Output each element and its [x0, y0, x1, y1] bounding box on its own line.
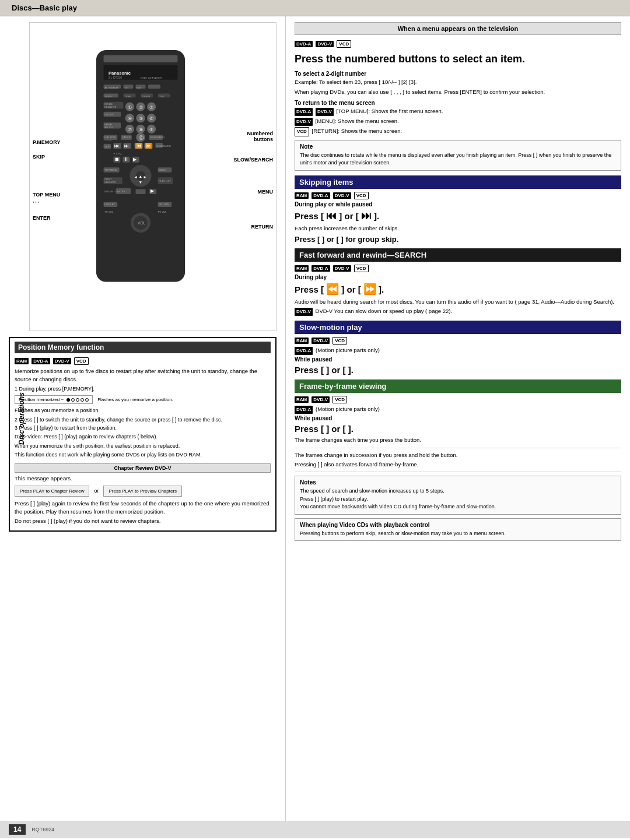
svg-text:✦ CH △: ✦ CH △ — [113, 152, 122, 155]
chapter-review-btn[interactable]: Press PLAY to Chapter Review — [15, 486, 89, 497]
badge-dvdv-menu: DVD-V — [316, 108, 334, 116]
svg-rect-93 — [136, 189, 146, 194]
note-box: Note The disc continues to rotate while … — [295, 140, 621, 171]
svg-text:⏮: ⏮ — [114, 143, 119, 149]
press-sm: Press [ ] or [ ]. — [295, 365, 621, 375]
badge-dvda-fbf: DVD-A — [295, 406, 313, 414]
svg-text:TV/AV: TV/AV — [124, 95, 131, 98]
step3: 2 Press [ ] to switch the unit to standb… — [15, 416, 271, 424]
badge-dvda-skip: DVD-A — [312, 192, 330, 199]
skipping-items-title: Skipping items — [295, 175, 621, 189]
svg-text:▶: ▶ — [133, 156, 137, 162]
fast-forward-badges: RAM DVD-A DVD-V VCD — [295, 264, 621, 272]
badge-dvda: DVD-A — [32, 358, 50, 364]
badge-ram-ff: RAM — [295, 265, 309, 272]
frame-by-frame-title: Frame-by-frame viewing — [295, 379, 621, 393]
slow-motion-title: Slow-motion play — [295, 321, 621, 334]
svg-text:ENTER →: ENTER → — [104, 190, 116, 193]
svg-text:P.MEMORY: P.MEMORY — [104, 139, 113, 141]
position-memory-badges: RAM DVD-A DVD-V VCD — [15, 357, 271, 365]
position-memory-desc: Memorize positions on up to five discs t… — [15, 367, 271, 384]
svg-text:SLEEP: SLEEP — [104, 95, 113, 98]
svg-text:▼: ▼ — [139, 180, 143, 184]
svg-text:④: ④ — [128, 116, 132, 121]
svg-text:MENU: MENU — [159, 168, 166, 171]
slow-motion-badges: RAM DVD-V VCD — [295, 336, 621, 345]
or-text: or — [94, 488, 99, 494]
step2: Flashes as you memorize a position. — [15, 407, 271, 414]
video-cd-note-title: When playing Video CDs with playback con… — [300, 522, 616, 528]
return-menu-item3: VCD [RETURN]: Shows the menu screen. — [295, 127, 621, 136]
step5: DVD-Video: Press [ ] (play) again to rev… — [15, 433, 271, 441]
svg-text:SLOW/SEARCH: SLOW/SEARCH — [156, 145, 172, 147]
select-2digit-title: To select a 2-digit number — [295, 71, 621, 77]
select-2digit-text2: When playing DVDs, you can also use [ , … — [295, 88, 621, 96]
preview-chapters-btn[interactable]: Press PLAY to Preview Chapters — [103, 486, 182, 497]
badge-vcd-menu: VCD — [295, 127, 309, 136]
badge-dvda-sm: DVD-A — [295, 347, 313, 355]
dot-5 — [85, 398, 89, 402]
svg-text:⑧: ⑧ — [139, 127, 143, 132]
remote-svg: Panasonic SL-DT310 DVD / CD PLAYER AI / … — [76, 26, 205, 311]
svg-text:ENTER: ENTER — [117, 190, 125, 193]
remote-diagram-area: Panasonic SL-DT310 DVD / CD PLAYER AI / … — [29, 22, 276, 331]
notes-item2: Press [ ] (play) to restart play. — [300, 495, 616, 504]
ff-text2: DVD-V DVD-V You can slow down or speed u… — [295, 307, 621, 316]
fast-forward-title: Fast forward and rewind—SEARCH — [295, 248, 621, 262]
badge-dvdv-ff2: DVD-V — [295, 308, 313, 316]
svg-text:③: ③ — [149, 105, 153, 110]
return-menu-title: To return to the menu screen — [295, 100, 621, 106]
right-column: When a menu appears on the television DV… — [286, 16, 630, 821]
fbf-text1: The frame changes each time you press th… — [295, 436, 621, 444]
top-badges: DVD-A DVD-V VCD — [295, 40, 621, 48]
svg-text:DVD: DVD — [159, 95, 164, 98]
svg-text:MIX 2CH: MIX 2CH — [104, 126, 113, 129]
numbered-buttons-label: Numbered buttons — [247, 131, 273, 142]
divider1 — [295, 448, 621, 448]
svg-text:PLAY LIST: PLAY LIST — [159, 180, 171, 182]
svg-text:VOL: VOL — [138, 221, 146, 225]
left-column: Disc operations Panasonic SL-DT310 DVD /… — [0, 16, 286, 821]
svg-text:◄: ◄ — [134, 175, 138, 179]
enter-label: ENTER — [33, 215, 51, 221]
slow-motion-dvda: DVD-A (Motion picture parts only) — [295, 346, 621, 355]
badge-vcd-fbf: VCD — [332, 396, 347, 403]
notes-item3: You cannot move backwards with Video CD … — [300, 503, 616, 511]
top-menu-label: TOP MENU , , , — [33, 192, 60, 203]
fbf-text2: The frames change in succession if you p… — [295, 451, 621, 459]
svg-text:SKIP: SKIP — [104, 145, 110, 148]
svg-text:SL-DT310: SL-DT310 — [108, 76, 122, 79]
badge-dvda-ff: DVD-A — [312, 265, 330, 272]
return-label: RETURN — [251, 224, 274, 230]
badge-dvda-top: DVD-A — [295, 41, 313, 47]
step6: When you memorize the sixth position, th… — [15, 442, 271, 450]
svg-text:PLAY MODE: PLAY MODE — [104, 136, 116, 139]
svg-text:⏭: ⏭ — [124, 143, 129, 149]
page-wrapper: Discs—Basic play Disc operations Panason… — [0, 0, 630, 840]
svg-text:AI / SISTEM: AI / SISTEM — [104, 86, 118, 89]
select-2digit-text1: Example: To select item 23, press [ 10/-… — [295, 78, 621, 86]
svg-text:SLOW/SEARCH: SLOW/SEARCH — [150, 136, 165, 139]
dot-4 — [80, 398, 84, 402]
position-memory-title: Position Memory function — [15, 342, 271, 353]
badge-vcd-skip: VCD — [354, 192, 369, 199]
svg-text:⑦: ⑦ — [128, 127, 132, 132]
badge-vcd-ff: VCD — [354, 265, 369, 272]
svg-text:⏸: ⏸ — [124, 156, 128, 162]
main-heading: Press the numbered buttons to select an … — [295, 52, 621, 66]
svg-text:②: ② — [139, 105, 143, 110]
svg-text:►: ► — [143, 175, 147, 179]
ff-text1: Audio will be heard during search for mo… — [295, 298, 621, 306]
chapter-review-message: This message appears. — [15, 475, 271, 483]
svg-text:⏩: ⏩ — [145, 143, 152, 149]
badge-vcd-sm: VCD — [332, 337, 347, 345]
svg-text:DOUBLE: DOUBLE — [104, 103, 113, 106]
svg-text:CANCEL: CANCEL — [122, 136, 132, 139]
chapter-review-note: Do not press [ ] (play) if you do not wa… — [15, 517, 271, 525]
side-label: Disc operations — [18, 392, 26, 445]
badge-dvda-menu: DVD-A — [295, 108, 313, 116]
skipping-badges: RAM DVD-A DVD-V VCD — [295, 191, 621, 199]
video-cd-note-text: Pressing buttons to perform skip, search… — [300, 530, 616, 538]
page-header: Discs—Basic play — [0, 0, 630, 16]
svg-rect-9 — [148, 85, 160, 89]
